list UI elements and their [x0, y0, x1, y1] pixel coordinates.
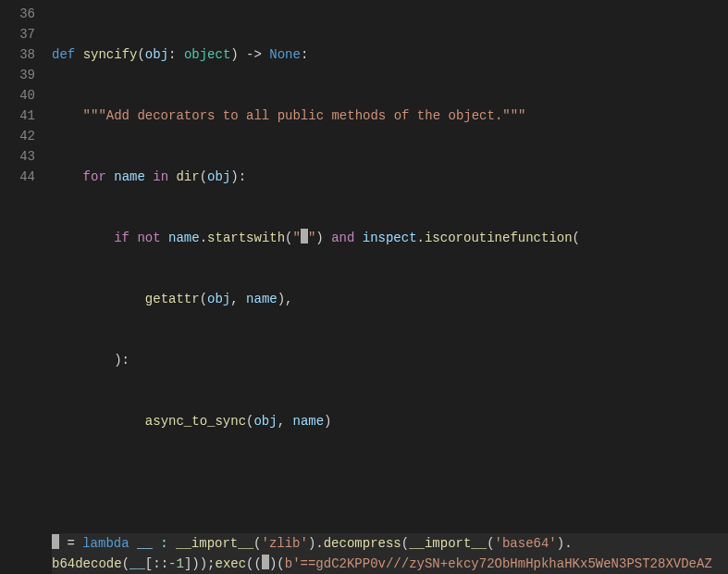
code-line[interactable] — [52, 472, 728, 493]
line-number: 41 — [0, 106, 35, 126]
text-cursor — [301, 229, 308, 243]
code-line[interactable]: = lambda __ : __import__('zlib').decompr… — [52, 533, 728, 574]
code-line[interactable]: ): — [52, 350, 728, 370]
line-number: 39 — [0, 65, 35, 85]
line-number: 40 — [0, 85, 35, 106]
line-number: 38 — [0, 44, 35, 65]
text-cursor — [52, 534, 59, 549]
code-line[interactable]: """Add decorators to all public methods … — [52, 106, 728, 126]
text-cursor — [262, 555, 269, 569]
code-line[interactable]: def syncify(obj: object) -> None: — [52, 44, 728, 65]
code-area[interactable]: def syncify(obj: object) -> None: """Add… — [52, 0, 728, 574]
code-line[interactable]: getattr(obj, name), — [52, 289, 728, 309]
code-line[interactable]: if not name.startswith("") and inspect.i… — [52, 228, 728, 248]
code-editor[interactable]: 36 37 38 39 40 41 42 43 44 def syncify(o… — [0, 0, 728, 574]
line-number: 36 — [0, 4, 35, 24]
line-number: 43 — [0, 146, 35, 167]
line-number: 44 — [0, 167, 35, 187]
line-number: 42 — [0, 126, 35, 146]
line-number-gutter: 36 37 38 39 40 41 42 43 44 — [0, 0, 52, 574]
code-line[interactable]: for name in dir(obj): — [52, 167, 728, 187]
line-number: 37 — [0, 24, 35, 44]
code-line[interactable]: async_to_sync(obj, name) — [52, 411, 728, 431]
